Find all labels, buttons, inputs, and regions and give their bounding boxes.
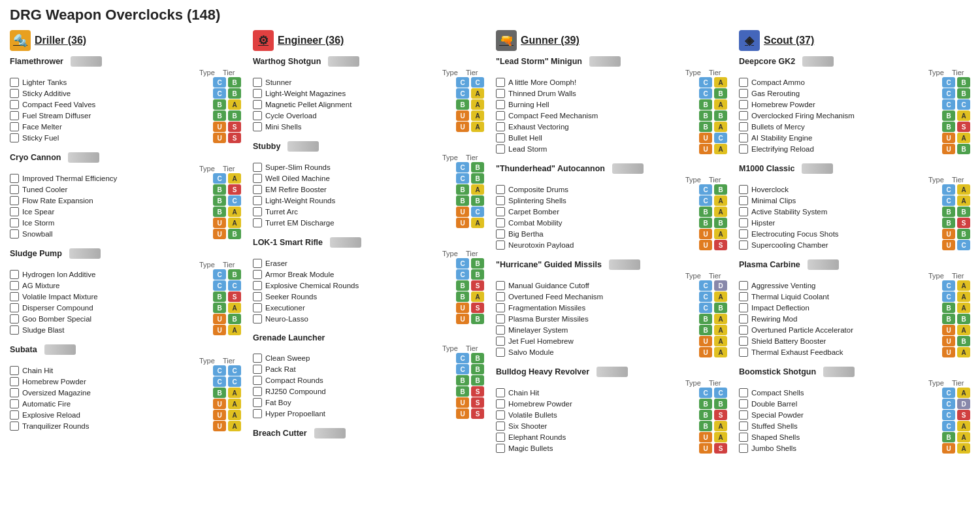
overclock-checkbox-2-2-2[interactable] bbox=[496, 303, 505, 312]
overclock-checkbox-0-3-5[interactable] bbox=[10, 422, 19, 431]
overclock-checkbox-3-3-0[interactable] bbox=[739, 388, 748, 397]
overclock-checkbox-0-0-4[interactable] bbox=[10, 122, 19, 131]
overclock-checkbox-1-0-0[interactable] bbox=[253, 78, 262, 87]
overclock-checkbox-0-1-4[interactable] bbox=[10, 218, 19, 227]
overclock-checkbox-2-3-4[interactable] bbox=[496, 433, 505, 442]
overclock-checkbox-0-2-5[interactable] bbox=[10, 325, 19, 335]
overclock-checkbox-3-3-4[interactable] bbox=[739, 433, 748, 442]
overclock-checkbox-3-0-3[interactable] bbox=[739, 111, 748, 120]
overclock-checkbox-1-1-5[interactable] bbox=[253, 218, 262, 227]
overclock-checkbox-0-1-5[interactable] bbox=[10, 229, 19, 239]
overclock-checkbox-2-2-1[interactable] bbox=[496, 292, 505, 301]
overclock-checkbox-1-2-3[interactable] bbox=[253, 292, 262, 301]
overclock-checkbox-3-0-5[interactable] bbox=[739, 133, 748, 142]
overclock-checkbox-0-1-1[interactable] bbox=[10, 185, 19, 194]
overclock-checkbox-0-3-3[interactable] bbox=[10, 399, 19, 408]
overclock-checkbox-1-1-0[interactable] bbox=[253, 163, 262, 172]
overclock-checkbox-0-0-2[interactable] bbox=[10, 100, 19, 109]
overclock-checkbox-2-1-5[interactable] bbox=[496, 240, 505, 250]
overclock-checkbox-3-2-1[interactable] bbox=[739, 292, 748, 301]
overclock-checkbox-1-0-4[interactable] bbox=[253, 122, 262, 131]
overclock-checkbox-3-1-4[interactable] bbox=[739, 229, 748, 239]
overclock-checkbox-2-0-2[interactable] bbox=[496, 100, 505, 109]
overclock-checkbox-1-3-2[interactable] bbox=[253, 376, 262, 385]
overclock-checkbox-1-3-0[interactable] bbox=[253, 354, 262, 363]
overclock-checkbox-2-1-3[interactable] bbox=[496, 218, 505, 227]
overclock-checkbox-3-2-0[interactable] bbox=[739, 281, 748, 290]
overclock-checkbox-3-1-3[interactable] bbox=[739, 218, 748, 227]
overclock-checkbox-3-3-2[interactable] bbox=[739, 410, 748, 420]
overclock-checkbox-2-1-1[interactable] bbox=[496, 196, 505, 205]
overclock-checkbox-2-0-4[interactable] bbox=[496, 122, 505, 131]
overclock-checkbox-0-3-1[interactable] bbox=[10, 377, 19, 386]
overclock-checkbox-3-1-5[interactable] bbox=[739, 240, 748, 250]
overclock-checkbox-3-0-6[interactable] bbox=[739, 144, 748, 154]
weapon-header-3-0: Deepcore GK2 bbox=[739, 56, 970, 67]
overclock-checkbox-3-1-0[interactable] bbox=[739, 185, 748, 194]
overclock-checkbox-2-3-2[interactable] bbox=[496, 410, 505, 420]
overclock-checkbox-3-1-1[interactable] bbox=[739, 196, 748, 205]
overclock-checkbox-1-0-1[interactable] bbox=[253, 89, 262, 98]
overclock-checkbox-0-1-3[interactable] bbox=[10, 207, 19, 216]
overclock-checkbox-2-0-0[interactable] bbox=[496, 78, 505, 87]
overclock-checkbox-0-0-3[interactable] bbox=[10, 111, 19, 120]
overclock-checkbox-1-2-0[interactable] bbox=[253, 259, 262, 268]
overclock-checkbox-0-1-2[interactable] bbox=[10, 196, 19, 205]
overclock-checkbox-1-1-3[interactable] bbox=[253, 196, 262, 205]
overclock-checkbox-0-1-0[interactable] bbox=[10, 174, 19, 183]
overclock-checkbox-3-2-5[interactable] bbox=[739, 337, 748, 346]
overclock-checkbox-3-2-6[interactable] bbox=[739, 348, 748, 357]
overclock-checkbox-2-0-1[interactable] bbox=[496, 89, 505, 98]
overclock-checkbox-1-2-5[interactable] bbox=[253, 314, 262, 323]
overclock-checkbox-2-1-4[interactable] bbox=[496, 229, 505, 239]
overclock-checkbox-1-3-1[interactable] bbox=[253, 365, 262, 374]
overclock-checkbox-1-1-2[interactable] bbox=[253, 185, 262, 194]
overclock-checkbox-2-3-5[interactable] bbox=[496, 444, 505, 453]
overclock-checkbox-3-0-0[interactable] bbox=[739, 78, 748, 87]
overclock-checkbox-2-0-5[interactable] bbox=[496, 133, 505, 142]
overclock-checkbox-1-0-2[interactable] bbox=[253, 100, 262, 109]
overclock-checkbox-1-2-1[interactable] bbox=[253, 270, 262, 279]
overclock-checkbox-2-2-6[interactable] bbox=[496, 348, 505, 357]
overclock-checkbox-0-0-5[interactable] bbox=[10, 133, 19, 142]
overclock-checkbox-2-3-0[interactable] bbox=[496, 388, 505, 397]
overclock-checkbox-2-3-1[interactable] bbox=[496, 399, 505, 408]
overclock-checkbox-3-0-2[interactable] bbox=[739, 100, 748, 109]
overclock-checkbox-3-1-2[interactable] bbox=[739, 207, 748, 216]
overclock-checkbox-3-3-1[interactable] bbox=[739, 399, 748, 408]
overclock-checkbox-2-1-2[interactable] bbox=[496, 207, 505, 216]
overclock-checkbox-1-1-1[interactable] bbox=[253, 174, 262, 183]
overclock-checkbox-2-3-3[interactable] bbox=[496, 422, 505, 431]
overclock-checkbox-2-2-3[interactable] bbox=[496, 314, 505, 323]
overclock-checkbox-2-2-4[interactable] bbox=[496, 325, 505, 335]
overclock-checkbox-1-2-2[interactable] bbox=[253, 281, 262, 290]
overclock-checkbox-1-0-3[interactable] bbox=[253, 111, 262, 120]
overclock-checkbox-1-3-5[interactable] bbox=[253, 409, 262, 418]
overclock-checkbox-3-3-3[interactable] bbox=[739, 422, 748, 431]
overclock-checkbox-1-3-3[interactable] bbox=[253, 387, 262, 396]
overclock-checkbox-3-0-1[interactable] bbox=[739, 89, 748, 98]
overclock-checkbox-0-2-2[interactable] bbox=[10, 292, 19, 301]
overclock-checkbox-0-3-0[interactable] bbox=[10, 366, 19, 375]
overclock-checkbox-3-3-5[interactable] bbox=[739, 444, 748, 453]
overclock-checkbox-0-2-4[interactable] bbox=[10, 314, 19, 323]
overclock-checkbox-0-2-3[interactable] bbox=[10, 303, 19, 312]
overclock-checkbox-0-0-1[interactable] bbox=[10, 89, 19, 98]
overclock-checkbox-2-0-3[interactable] bbox=[496, 111, 505, 120]
overclock-checkbox-2-2-0[interactable] bbox=[496, 281, 505, 290]
overclock-checkbox-2-1-0[interactable] bbox=[496, 185, 505, 194]
overclock-checkbox-1-2-4[interactable] bbox=[253, 303, 262, 312]
overclock-checkbox-3-0-4[interactable] bbox=[739, 122, 748, 131]
overclock-checkbox-2-2-5[interactable] bbox=[496, 337, 505, 346]
overclock-checkbox-1-1-4[interactable] bbox=[253, 207, 262, 216]
overclock-checkbox-0-2-0[interactable] bbox=[10, 270, 19, 279]
overclock-checkbox-0-3-2[interactable] bbox=[10, 388, 19, 397]
overclock-checkbox-2-0-6[interactable] bbox=[496, 144, 505, 154]
overclock-checkbox-1-3-4[interactable] bbox=[253, 398, 262, 407]
overclock-checkbox-0-0-0[interactable] bbox=[10, 78, 19, 87]
overclock-checkbox-3-2-4[interactable] bbox=[739, 325, 748, 335]
overclock-checkbox-3-2-3[interactable] bbox=[739, 314, 748, 323]
overclock-checkbox-3-2-2[interactable] bbox=[739, 303, 748, 312]
overclock-checkbox-0-3-4[interactable] bbox=[10, 410, 19, 420]
overclock-checkbox-0-2-1[interactable] bbox=[10, 281, 19, 290]
